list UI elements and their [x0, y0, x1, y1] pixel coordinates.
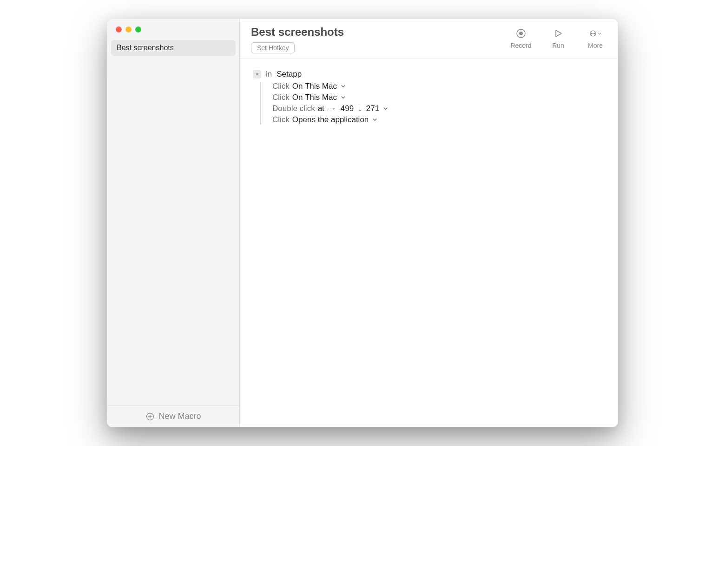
new-macro-label: New Macro	[158, 412, 201, 421]
step-row[interactable]: Double click at → 499 ↓ 271	[272, 104, 605, 113]
svg-marker-5	[556, 30, 561, 37]
close-window-button[interactable]	[116, 26, 122, 33]
macro-title: Best screenshots	[251, 26, 510, 39]
step-y: 271	[366, 104, 379, 113]
sidebar: Best screenshots New Macro	[107, 19, 240, 427]
macro-content: in Setapp Click On This Mac Click On Thi…	[240, 59, 618, 427]
step-action: Click	[272, 82, 290, 91]
macro-context-row[interactable]: in Setapp	[253, 70, 605, 79]
more-icon	[589, 27, 601, 39]
step-action: Double click	[272, 104, 315, 113]
context-app-name: Setapp	[277, 70, 302, 79]
sidebar-item-best-screenshots[interactable]: Best screenshots	[111, 40, 236, 56]
svg-point-9	[594, 33, 594, 33]
step-action: Click	[272, 93, 290, 102]
sidebar-item-label: Best screenshots	[117, 44, 174, 52]
step-at-word: at	[318, 104, 324, 113]
step-arg: Opens the application	[292, 115, 369, 124]
chevron-down-icon	[341, 83, 346, 90]
record-button[interactable]: Record	[510, 27, 532, 49]
macro-list: Best screenshots	[107, 37, 239, 405]
arrow-right-icon: →	[329, 104, 336, 113]
plus-icon	[145, 412, 155, 421]
svg-point-7	[592, 33, 592, 33]
play-icon	[552, 27, 564, 39]
chevron-down-icon	[383, 105, 388, 112]
chevron-down-icon	[341, 94, 346, 101]
arrow-down-icon: ↓	[358, 104, 362, 113]
set-hotkey-button[interactable]: Set Hotkey	[251, 42, 295, 53]
step-x: 499	[341, 104, 354, 113]
header-left: Best screenshots Set Hotkey	[251, 26, 510, 53]
chevron-down-icon	[372, 117, 377, 124]
step-action: Click	[272, 115, 290, 124]
record-label: Record	[510, 42, 531, 49]
new-macro-button[interactable]: New Macro	[107, 405, 239, 427]
window-controls	[107, 19, 239, 37]
context-in-word: in	[266, 70, 272, 79]
step-arg: On This Mac	[292, 82, 337, 91]
more-button[interactable]: More	[584, 27, 606, 49]
header: Best screenshots Set Hotkey Record	[240, 19, 618, 59]
fullscreen-window-button[interactable]	[135, 26, 141, 33]
step-arg: On This Mac	[292, 93, 337, 102]
run-button[interactable]: Run	[547, 27, 569, 49]
minimize-window-button[interactable]	[125, 26, 132, 33]
more-label: More	[588, 42, 603, 49]
steps-list: Click On This Mac Click On This Mac Doub…	[260, 82, 605, 124]
step-row[interactable]: Click On This Mac	[272, 82, 605, 91]
step-row[interactable]: Click Opens the application	[272, 115, 605, 124]
run-label: Run	[552, 42, 564, 49]
app-window: Best screenshots New Macro Best screensh…	[107, 19, 618, 427]
step-row[interactable]: Click On This Mac	[272, 93, 605, 102]
svg-point-8	[593, 33, 593, 33]
app-icon	[253, 70, 261, 78]
record-icon	[515, 27, 527, 39]
svg-point-4	[520, 32, 522, 35]
main-panel: Best screenshots Set Hotkey Record	[240, 19, 618, 427]
toolbar: Record Run	[510, 26, 606, 49]
